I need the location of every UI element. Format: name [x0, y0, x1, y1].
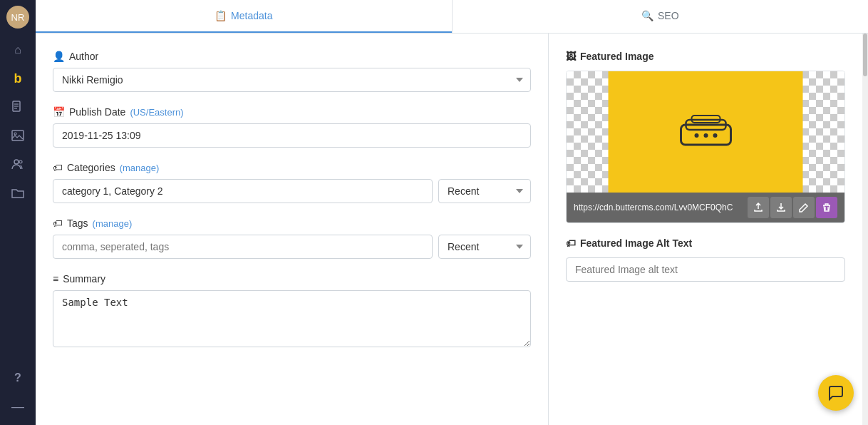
metadata-tab-label: Metadata	[231, 10, 272, 21]
timezone-link[interactable]: (US/Eastern)	[130, 107, 183, 118]
featured-image-label: 🖼 Featured Image	[566, 51, 845, 62]
featured-image-group: 🖼 Featured Image	[566, 51, 845, 223]
image-icon[interactable]	[5, 123, 31, 148]
seo-tab-label: SEO	[658, 10, 679, 21]
svg-point-12	[703, 133, 708, 138]
chat-bubble[interactable]	[818, 375, 854, 411]
summary-textarea[interactable]: Sample Text	[53, 290, 531, 347]
right-panel: 🖼 Featured Image	[549, 34, 862, 425]
svg-point-7	[19, 160, 22, 163]
folder-icon[interactable]	[5, 180, 31, 205]
document-icon[interactable]	[5, 94, 31, 120]
users-icon[interactable]	[5, 151, 31, 177]
categories-label: 🏷 Categories (manage)	[53, 162, 531, 173]
avatar[interactable]: NR	[6, 6, 29, 29]
home-icon[interactable]: ⌂	[5, 37, 31, 63]
person-icon: 👤	[53, 51, 65, 62]
categories-manage-link[interactable]: (manage)	[120, 163, 160, 173]
tags-label: 🏷 Tags (manage)	[53, 217, 531, 229]
publish-date-input[interactable]	[53, 123, 531, 148]
tab-bar: 📋 Metadata 🔍 SEO	[36, 0, 868, 34]
alt-tag-icon: 🏷	[566, 237, 576, 249]
image-actions	[748, 197, 837, 218]
categories-filter-select[interactable]: Recent	[438, 179, 531, 203]
featured-image-alt-input[interactable]	[566, 257, 845, 282]
summary-group: ≡ Summary Sample Text	[53, 273, 531, 349]
categories-group: 🏷 Categories (manage) Recent	[53, 162, 531, 203]
collapse-icon[interactable]: —	[5, 394, 31, 419]
author-label: 👤 Author	[53, 51, 531, 62]
help-icon[interactable]: ?	[5, 365, 31, 391]
publish-date-group: 📅 Publish Date (US/Eastern)	[53, 106, 531, 148]
featured-image-container: https://cdn.buttercms.com/Lvv0MCF0QhC	[566, 71, 845, 223]
tag-icon: 🏷	[53, 162, 63, 173]
svg-rect-4	[12, 130, 24, 140]
tags-input[interactable]	[53, 235, 433, 259]
categories-row: Recent	[53, 179, 531, 203]
svg-point-5	[14, 133, 16, 135]
featured-image-alt-label: 🏷 Featured Image Alt Text	[566, 237, 845, 249]
main-content: 📋 Metadata 🔍 SEO 👤 Author Nikki Remigio	[36, 0, 868, 425]
tab-seo[interactable]: 🔍 SEO	[453, 0, 869, 33]
image-download-button[interactable]	[770, 197, 792, 218]
left-panel: 👤 Author Nikki Remigio 📅 Publish Date (U…	[36, 34, 549, 425]
butter-icon[interactable]: b	[5, 66, 31, 91]
featured-image-alt-group: 🏷 Featured Image Alt Text	[566, 237, 845, 282]
image-url-bar: https://cdn.buttercms.com/Lvv0MCF0QhC	[567, 193, 844, 222]
svg-point-13	[713, 133, 717, 138]
tags-filter-select[interactable]: Recent	[438, 235, 531, 259]
author-group: 👤 Author Nikki Remigio	[53, 51, 531, 92]
image-edit-button[interactable]	[793, 197, 815, 218]
chat-icon	[827, 384, 844, 401]
tab-metadata[interactable]: 📋 Metadata	[36, 0, 452, 33]
image-section-icon: 🖼	[566, 51, 576, 62]
publish-date-label: 📅 Publish Date (US/Eastern)	[53, 106, 531, 118]
sidebar: NR ⌂ b ? —	[0, 0, 36, 425]
svg-point-11	[694, 133, 698, 138]
image-yellow-bg	[609, 71, 803, 193]
image-url-text: https://cdn.buttercms.com/Lvv0MCF0QhC	[574, 203, 748, 212]
scrollbar[interactable]	[862, 34, 868, 425]
author-select[interactable]: Nikki Remigio	[53, 68, 531, 92]
tags-row: Recent	[53, 235, 531, 259]
scrollbar-thumb	[863, 34, 867, 76]
tags-manage-link[interactable]: (manage)	[93, 218, 133, 229]
calendar-icon: 📅	[53, 106, 65, 118]
list-icon: ≡	[53, 273, 58, 285]
image-upload-button[interactable]	[748, 197, 769, 218]
categories-input[interactable]	[53, 179, 433, 203]
seo-tab-icon: 🔍	[641, 10, 653, 21]
summary-label: ≡ Summary	[53, 273, 531, 285]
svg-point-6	[14, 160, 19, 164]
tags-group: 🏷 Tags (manage) Recent	[53, 217, 531, 259]
butter-logo-svg	[670, 107, 741, 157]
content-area: 👤 Author Nikki Remigio 📅 Publish Date (U…	[36, 34, 868, 425]
tags-icon: 🏷	[53, 217, 63, 229]
image-delete-button[interactable]	[816, 197, 837, 218]
metadata-tab-icon: 📋	[215, 10, 227, 21]
image-display	[567, 71, 844, 193]
